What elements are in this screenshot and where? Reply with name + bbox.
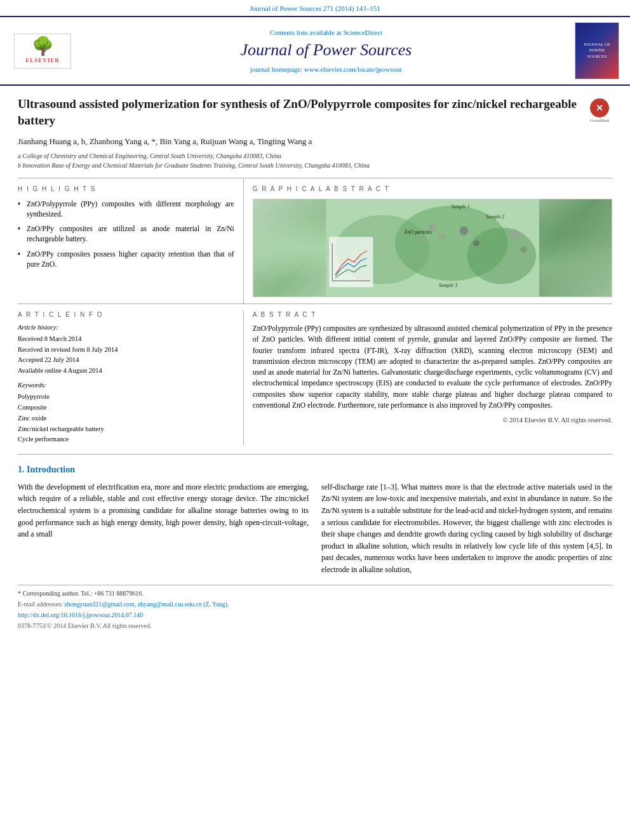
journal-name: Journal of Power Sources [84,39,568,62]
logo-box: 🌳 ELSEVIER [14,34,71,69]
abstract-text: ZnO/Polypyrrole (PPy) composites are syn… [253,323,612,411]
article-history: Article history: Received 8 March 2014 R… [18,323,234,375]
svg-text:Sample 3: Sample 3 [439,283,457,288]
svg-text:Sample 2: Sample 2 [486,214,504,220]
email-label: E-mail addresses: [18,601,63,608]
graphical-abstract-svg: Sample 1 Sample 2 Sample 3 ZnO particles [253,199,612,297]
corresponding-author: * Corresponding author. Tel.: +86 731 88… [18,589,612,598]
elsevier-logo: 🌳 ELSEVIER [8,34,77,69]
journal-center: Contents lists available at ScienceDirec… [84,28,568,74]
keyword-2: Composite [18,403,234,413]
received-date: Received 8 March 2014 [18,335,234,344]
introduction-section: 1. Introduction With the development of … [18,454,612,575]
svg-text:Sample 1: Sample 1 [451,204,469,210]
citation-text: Journal of Power Sources 271 (2014) 143–… [250,4,380,12]
email-addresses: E-mail addresses: zhongyuan321@gmail.com… [18,600,612,609]
highlights-label: H I G H L I G H T S [18,185,234,194]
doi-link[interactable]: http://dx.doi.org/10.1016/j.jpowsour.201… [18,611,612,620]
svg-point-3 [467,228,536,284]
keyword-4: Zinc/nickel rechargeable battery [18,424,234,435]
affiliation-b: b Innovation Base of Energy and Chemical… [18,161,612,170]
highlights-column: H I G H L I G H T S ZnO/Polypyrrole (PPy… [18,178,244,303]
available-text: Contents lists available at ScienceDirec… [84,28,568,37]
elsevier-label: ELSEVIER [25,57,60,65]
abstract-column: A B S T R A C T ZnO/Polypyrrole (PPy) co… [244,310,612,445]
footer-notes: * Corresponding author. Tel.: +86 731 88… [18,585,612,630]
graphical-abstract-image: Sample 1 Sample 2 Sample 3 ZnO particles [253,199,612,297]
accepted-date: Accepted 22 July 2014 [18,356,234,365]
article-title: Ultrasound assisted polymerization for s… [18,96,580,128]
graphical-abstract-column: G R A P H I C A L A B S T R A C T [244,178,612,303]
keyword-1: Polypyrrole [18,392,234,403]
main-content: Ultrasound assisted polymerization for s… [0,86,630,640]
crossmark-icon: ✕ [590,98,609,117]
article-info-column: A R T I C L E I N F O Article history: R… [18,310,244,445]
journal-thumbnail: JOURNAL OFPOWERSOURCES [575,22,622,79]
authors: Jianhang Huang a, b, Zhanhong Yang a, *,… [18,135,612,148]
keywords-list: Polypyrrole Composite Zinc oxide Zinc/ni… [18,392,234,445]
elsevier-tree-icon: 🌳 [32,37,54,55]
issn-line: 0378-7753/© 2014 Elsevier B.V. All right… [18,622,612,630]
svg-point-17 [520,246,526,253]
keywords-section: Keywords: Polypyrrole Composite Zinc oxi… [18,381,234,446]
journal-header: 🌳 ELSEVIER Contents lists available at S… [0,17,630,86]
keyword-5: Cycle performance [18,434,234,445]
svg-point-16 [509,229,519,239]
introduction-columns: With the development of electrification … [18,481,612,576]
info-abstract-section: A R T I C L E I N F O Article history: R… [18,303,612,445]
copyright-line: © 2014 Elsevier B.V. All rights reserved… [253,416,612,425]
journal-cover-image: JOURNAL OFPOWERSOURCES [575,22,619,79]
keyword-3: Zinc oxide [18,413,234,424]
highlight-item-2: ZnO/PPy composites are utilized as anode… [18,223,234,244]
citation-bar: Journal of Power Sources 271 (2014) 143–… [0,0,630,17]
history-title: Article history: [18,323,234,333]
keywords-title: Keywords: [18,381,234,390]
revised-date: Received in revised form 8 July 2014 [18,345,234,355]
highlights-graphical-section: H I G H L I G H T S ZnO/Polypyrrole (PPy… [18,178,612,303]
affiliations: a College of Chemistry and Chemical Engi… [18,151,612,170]
available-online-date: Available online 4 August 2014 [18,366,234,376]
email-values[interactable]: zhongyuan321@gmail.com, zhyang@mail.csu.… [64,601,229,608]
crossmark-badge[interactable]: ✕ CrossMark [587,98,612,124]
abstract-label: A B S T R A C T [253,310,612,319]
svg-point-12 [439,234,445,240]
homepage-text: journal homepage: www.elsevier.com/locat… [84,65,568,74]
svg-point-13 [420,237,426,243]
crossmark-label: CrossMark [589,118,609,124]
highlight-item-1: ZnO/Polypyrrole (PPy) composites with di… [18,199,234,219]
svg-rect-4 [329,237,373,287]
svg-point-11 [429,224,436,232]
article-info-label: A R T I C L E I N F O [18,310,234,319]
svg-point-14 [459,227,468,236]
intro-col-right: self-discharge rate [1–3]. What matters … [321,481,612,576]
highlights-list: ZnO/Polypyrrole (PPy) composites with di… [18,199,234,269]
svg-text:ZnO particles: ZnO particles [404,229,431,235]
graphical-abstract-label: G R A P H I C A L A B S T R A C T [253,185,612,194]
intro-col-left: With the development of electrification … [18,481,309,576]
intro-section-title: 1. Introduction [18,463,612,476]
svg-point-15 [473,240,479,246]
highlight-item-3: ZnO/PPy composites possess higher capaci… [18,249,234,269]
article-title-section: Ultrasound assisted polymerization for s… [18,96,612,128]
affiliation-a: a College of Chemistry and Chemical Engi… [18,151,612,161]
